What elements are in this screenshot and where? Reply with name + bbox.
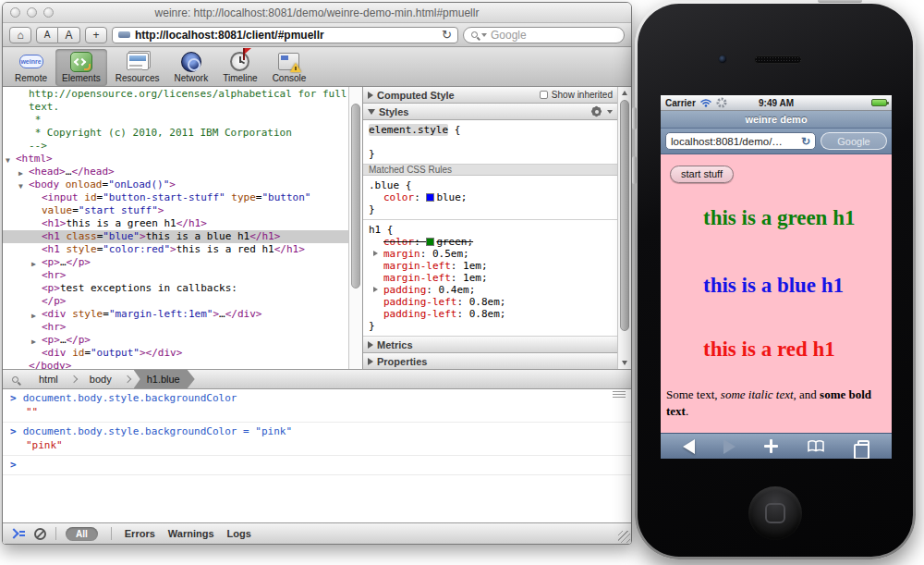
dom-token: "output" (91, 347, 140, 359)
show-inherited-checkbox[interactable] (540, 91, 548, 99)
new-tab-button[interactable]: + (85, 27, 107, 43)
dom-tree-node[interactable]: ▼<html> (3, 153, 348, 166)
styles-header[interactable]: Styles (363, 104, 617, 120)
start-stuff-button[interactable]: start stuff (670, 166, 734, 183)
volume-up-button[interactable] (632, 107, 637, 129)
toolbar-button-resources[interactable]: Resources (109, 49, 166, 86)
dom-scrollbar[interactable] (348, 87, 362, 369)
add-bookmark-icon[interactable] (764, 439, 778, 453)
css-rule[interactable]: .blue {color: blue;} (363, 176, 617, 220)
dom-tree-node[interactable]: <h1>this is a green h1</h1> (3, 217, 348, 230)
css-property[interactable]: padding-left: 0.8em; (369, 296, 612, 308)
inspect-magnifier-icon[interactable] (12, 376, 18, 383)
mobile-url[interactable]: localhost:8081/demo/… (671, 136, 797, 147)
element-style-selector[interactable]: element.style (369, 124, 448, 136)
styles-scrollbar-thumb[interactable] (620, 100, 629, 331)
dom-tree-node[interactable]: * Copyright (c) 2010, 2011 IBM Corporati… (3, 127, 348, 140)
splitter-drag-handle[interactable] (613, 391, 626, 399)
volume-down-button[interactable] (632, 156, 637, 184)
breadcrumb-item-h1.blue[interactable]: h1.blue (134, 370, 195, 388)
toolbar-button-remote[interactable]: weinreRemote (8, 49, 54, 86)
address-bar-url[interactable]: http://localhost:8081/client/#pmuellr (135, 29, 437, 42)
css-property[interactable]: color: blue; (369, 191, 612, 203)
filter-all[interactable]: All (66, 527, 98, 541)
gear-icon[interactable] (591, 106, 602, 117)
css-property[interactable]: margin-left: 1em; (369, 272, 612, 284)
dom-tree-node[interactable]: </body> (3, 360, 348, 369)
styles-scrollbar[interactable] (617, 87, 631, 369)
dom-token: <p> (42, 256, 60, 268)
expand-property-icon[interactable] (373, 251, 378, 256)
dom-tree-node[interactable]: <div id="output"></div> (3, 347, 348, 360)
console-panel[interactable]: >document.body.style.backgroundColor"">d… (3, 389, 631, 522)
page-tabs-icon[interactable] (857, 440, 869, 452)
toolbar-button-elements[interactable]: Elements (55, 49, 107, 86)
dom-token: <hr> (42, 321, 67, 333)
toolbar-button-label: Remote (15, 73, 47, 83)
element-style-rule[interactable]: element.style { } (363, 120, 617, 165)
dom-tree-node[interactable]: ▶<div style="margin-left:1em">…</div> (3, 308, 348, 321)
toolbar-button-network[interactable]: Network (168, 49, 215, 86)
clear-console-icon[interactable] (34, 528, 46, 540)
dom-tree-node[interactable]: <hr> (3, 321, 348, 334)
increase-font-button[interactable]: A (58, 27, 80, 43)
toggle-console-icon[interactable] (10, 528, 25, 539)
expand-property-icon[interactable] (373, 287, 378, 292)
mobile-search-field[interactable]: Google (821, 132, 887, 150)
section-header-properties[interactable]: Properties (363, 353, 617, 369)
property-name: padding (383, 284, 426, 296)
dom-tree-node[interactable]: <input id="button-start-stuff" type="but… (3, 191, 348, 217)
dom-tree-node[interactable]: ▼<body onload="onLoad()"> (3, 178, 348, 191)
css-property[interactable]: color: green; (369, 236, 612, 248)
reload-icon[interactable]: ↻ (442, 28, 452, 42)
home-button[interactable]: ⌂ (9, 27, 31, 43)
dom-tree-node[interactable]: http://opensource.org/licenses/alphabeti… (3, 88, 348, 114)
console-input-row[interactable]: > (3, 456, 631, 475)
css-property[interactable]: margin: 0.5em; (369, 248, 612, 260)
section-header-metrics[interactable]: Metrics (363, 337, 617, 353)
address-bar[interactable]: http://localhost:8081/client/#pmuellr ↻ (112, 27, 458, 43)
mobile-address-bar[interactable]: localhost:8081/demo/… ↻ (665, 132, 816, 150)
dom-tree-node[interactable]: </p> (3, 295, 348, 308)
css-property[interactable]: margin-left: 1em; (369, 260, 612, 272)
decrease-font-button[interactable]: A (36, 27, 58, 43)
bookmarks-book-icon[interactable] (807, 439, 825, 453)
back-icon[interactable] (683, 439, 695, 454)
dom-tree-node[interactable]: --> (3, 140, 348, 153)
css-rule[interactable]: h1 {color: green;margin: 0.5em;margin-le… (363, 220, 617, 337)
breadcrumb-item-html[interactable]: html (30, 370, 67, 388)
paragraph-segment: Some text, (666, 387, 721, 401)
dom-token: > (140, 347, 146, 359)
computed-style-header[interactable]: Computed Style Show inherited (363, 87, 617, 104)
scroll-up-icon[interactable] (622, 91, 627, 95)
toolbar-button-timeline[interactable]: Timeline (216, 49, 263, 86)
search-field[interactable]: Google (463, 27, 625, 43)
mobile-reload-icon[interactable]: ↻ (801, 135, 810, 148)
toolbar-button-console[interactable]: Console (266, 49, 313, 86)
timeline-clock-icon (230, 52, 249, 71)
dom-token: "start stuff" (79, 204, 158, 216)
filter-warnings[interactable]: Warnings (168, 528, 214, 539)
dom-tree-node[interactable]: <h1 style="color:red">this is a red h1</… (3, 243, 348, 256)
dom-tree-node[interactable]: <p>test exceptions in callbacks: (3, 282, 348, 295)
css-property[interactable]: padding: 0.4em; (369, 284, 612, 296)
dom-scrollbar-thumb[interactable] (351, 104, 360, 289)
dom-tree-node[interactable]: * (3, 114, 348, 127)
dom-tree-node[interactable]: ▶<head>…</head> (3, 166, 348, 178)
home-button[interactable] (748, 486, 802, 540)
resources-photo-icon (127, 53, 149, 70)
window-titlebar[interactable]: weinre: http://localhost:8081/demo/weinr… (3, 3, 631, 23)
power-button[interactable] (818, 0, 862, 3)
scroll-down-icon[interactable] (622, 361, 627, 365)
css-property[interactable]: padding-left: 0.8em; (369, 308, 612, 320)
dom-tree-node[interactable]: <hr> (3, 269, 348, 282)
search-options-caret-icon[interactable] (481, 33, 487, 37)
forward-icon[interactable] (723, 439, 736, 454)
window-resize-grip[interactable] (618, 531, 630, 543)
dom-tree-node[interactable]: ▶<p>…</p> (3, 256, 348, 269)
dom-tree-node[interactable]: ▶<p>…</p> (3, 334, 348, 347)
breadcrumb-item-body[interactable]: body (80, 370, 121, 388)
dom-tree-node[interactable]: <h1 class="blue">this is a blue h1</h1> (3, 230, 348, 243)
filter-errors[interactable]: Errors (125, 528, 155, 539)
filter-logs[interactable]: Logs (227, 528, 251, 539)
